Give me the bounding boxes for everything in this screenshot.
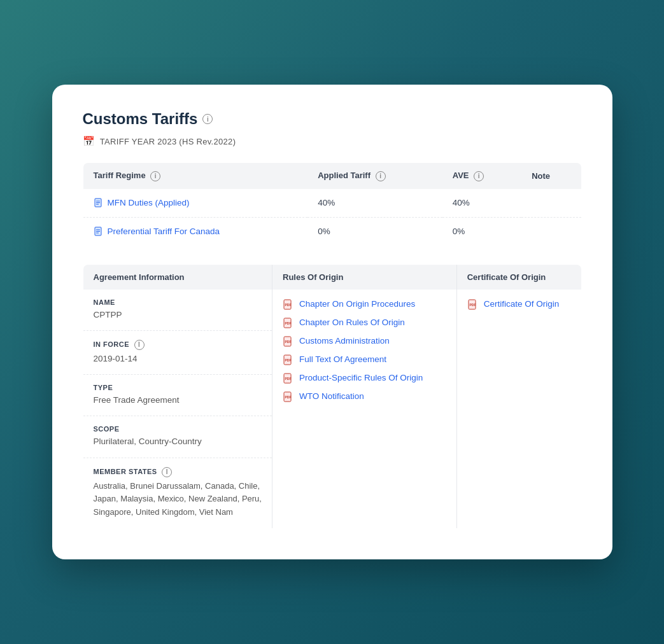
tariff-col-applied: Applied Tariff i: [307, 163, 442, 189]
member-states-section: MEMBER STATES i Australia, Brunei Daruss…: [83, 458, 272, 528]
member-states-value: Australia, Brunei Darussalam, Canada, Ch…: [94, 480, 262, 519]
chapter-origin-procedures-link[interactable]: Chapter On Origin Procedures: [299, 298, 415, 311]
agreement-table: Agreement Information Rules Of Origin Ce…: [83, 264, 582, 529]
tariff-col-regime: Tariff Regime i: [83, 163, 307, 189]
pdf-icon: PDF: [283, 318, 294, 329]
page-title-row: Customs Tariffs i: [83, 110, 582, 128]
certificate-of-origin-link[interactable]: Certificate Of Origin: [484, 298, 560, 311]
name-value: CPTPP: [94, 309, 262, 321]
mfn-applied-tariff: 40%: [307, 189, 442, 218]
list-item: PDF Customs Administration: [283, 335, 446, 347]
ave-info-icon[interactable]: i: [474, 171, 484, 181]
doc-icon: [94, 198, 104, 208]
full-text-agreement-link[interactable]: Full Text Of Agreement: [299, 354, 386, 366]
type-label: TYPE: [94, 384, 262, 391]
preferential-tariff-link[interactable]: Preferential Tariff For Canada: [94, 227, 298, 237]
scope-label: SCOPE: [94, 425, 262, 433]
tariff-col-note: Note: [521, 163, 581, 189]
rules-list: PDF Chapter On Origin Procedures PDF: [272, 290, 456, 412]
chapter-rules-origin-link[interactable]: Chapter On Rules Of Origin: [299, 317, 405, 329]
title-info-icon[interactable]: i: [202, 114, 213, 124]
pdf-icon: PDF: [283, 373, 294, 384]
mfn-duties-link[interactable]: MFN Duties (Applied): [94, 198, 298, 208]
tariff-year-label: TARIFF YEAR 2023 (HS Rev.2022): [100, 137, 236, 146]
tariff-col-ave: AVE i: [442, 163, 521, 189]
wto-notification-link[interactable]: WTO Notification: [299, 391, 364, 403]
page-title: Customs Tariffs: [83, 110, 198, 128]
list-item: PDF Full Text Of Agreement: [283, 354, 446, 366]
customs-administration-link[interactable]: Customs Administration: [299, 335, 390, 347]
certificate-of-origin-cell: PDF Certificate Of Origin: [456, 290, 581, 529]
in-force-value: 2019-01-14: [94, 353, 262, 365]
agreement-main-row: NAME CPTPP IN FORCE i 2019-01-14 TYPE Fr…: [83, 290, 581, 529]
agreement-col-info: Agreement Information: [83, 264, 272, 290]
type-value: Free Trade Agreement: [94, 394, 262, 407]
svg-text:PDF: PDF: [285, 358, 292, 362]
pdf-icon: PDF: [283, 336, 294, 347]
pdf-icon: PDF: [283, 391, 294, 403]
pdf-icon: PDF: [283, 299, 294, 311]
agreement-col-rules: Rules Of Origin: [272, 264, 457, 290]
agreement-col-cert: Certificate Of Origin: [456, 264, 581, 290]
in-force-label: IN FORCE i: [94, 340, 262, 350]
list-item: PDF WTO Notification: [283, 391, 446, 403]
scope-section: SCOPE Plurilateral, Country-Country: [83, 416, 272, 458]
tariff-table: Tariff Regime i Applied Tariff i AVE i N…: [83, 162, 582, 246]
agreement-info-cell: NAME CPTPP IN FORCE i 2019-01-14 TYPE Fr…: [83, 290, 272, 529]
rules-of-origin-cell: PDF Chapter On Origin Procedures PDF: [272, 290, 457, 529]
preferential-applied-tariff: 0%: [307, 217, 442, 246]
pdf-icon: PDF: [283, 354, 294, 366]
svg-text:PDF: PDF: [285, 340, 292, 344]
svg-text:PDF: PDF: [469, 303, 476, 307]
regime-info-icon[interactable]: i: [150, 171, 160, 181]
member-states-info-icon[interactable]: i: [162, 467, 172, 477]
in-force-info-icon[interactable]: i: [134, 340, 145, 350]
list-item: PDF Certificate Of Origin: [467, 298, 571, 311]
list-item: PDF Product-Specific Rules Of Origin: [283, 372, 446, 384]
doc-icon: [94, 227, 104, 237]
type-section: TYPE Free Trade Agreement: [83, 375, 272, 416]
svg-text:PDF: PDF: [285, 377, 292, 381]
pdf-icon: PDF: [467, 299, 479, 311]
tariff-year-row: 📅 TARIFF YEAR 2023 (HS Rev.2022): [83, 136, 582, 147]
list-item: PDF Chapter On Rules Of Origin: [283, 317, 446, 329]
svg-text:PDF: PDF: [285, 303, 292, 307]
applied-info-icon[interactable]: i: [376, 171, 386, 181]
cert-list: PDF Certificate Of Origin: [457, 290, 581, 319]
member-states-label: MEMBER STATES i: [94, 467, 262, 477]
preferential-note: [521, 217, 581, 246]
mfn-note: [521, 189, 581, 218]
svg-text:PDF: PDF: [285, 395, 292, 399]
product-specific-rules-link[interactable]: Product-Specific Rules Of Origin: [299, 372, 423, 384]
main-modal: Customs Tariffs i 📅 TARIFF YEAR 2023 (HS…: [52, 85, 612, 559]
list-item: PDF Chapter On Origin Procedures: [283, 298, 446, 311]
calendar-icon: 📅: [83, 136, 95, 147]
svg-text:PDF: PDF: [285, 321, 292, 325]
preferential-ave: 0%: [442, 217, 521, 246]
mfn-ave: 40%: [442, 189, 521, 218]
in-force-section: IN FORCE i 2019-01-14: [83, 331, 272, 375]
table-row: MFN Duties (Applied) 40% 40%: [83, 189, 581, 218]
name-section: NAME CPTPP: [83, 290, 272, 331]
table-row: Preferential Tariff For Canada 0% 0%: [83, 217, 581, 246]
scope-value: Plurilateral, Country-Country: [94, 435, 262, 448]
name-label: NAME: [94, 298, 262, 306]
